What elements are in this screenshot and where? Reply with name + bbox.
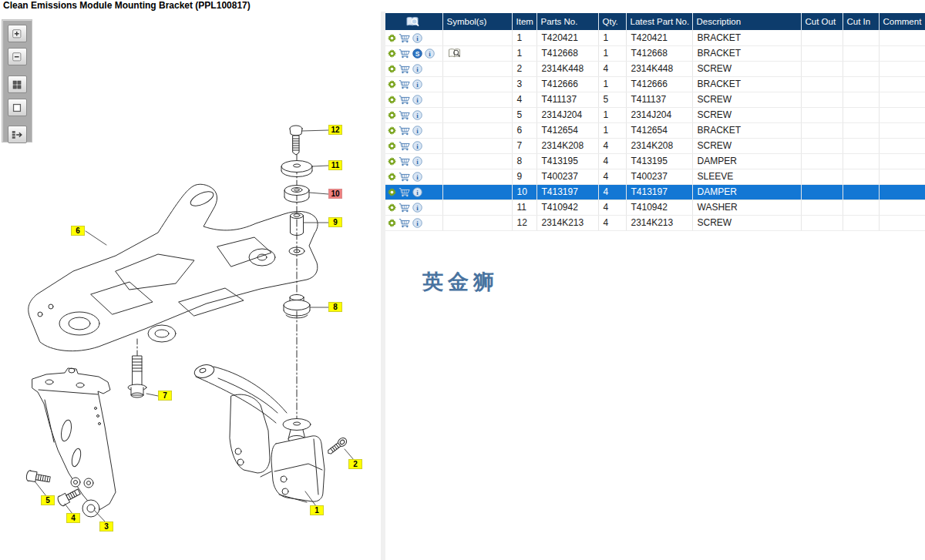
gear-icon[interactable] [388,126,396,135]
table-row[interactable]: i22314K44842314K448SCREW [385,61,925,76]
cell-symbols [442,92,512,107]
mount-top-part [261,419,325,503]
info-icon[interactable]: i [412,110,422,120]
callout-12[interactable]: 12 [328,125,342,135]
gear-icon[interactable] [388,188,396,196]
export-list-button[interactable] [8,126,27,143]
info-icon[interactable]: i [412,203,422,213]
parts-filter-icon[interactable] [405,16,420,28]
info-icon[interactable]: i [412,218,422,228]
callout-6[interactable]: 6 [71,226,85,236]
cart-icon[interactable] [399,95,410,105]
screw-2-part [326,436,348,456]
gear-icon[interactable] [388,173,396,181]
cell-actions: i [385,138,442,153]
table-row[interactable]: i6T4126541T412654BRACKET [385,122,925,138]
cart-icon[interactable] [399,218,410,228]
info-icon[interactable]: i [412,126,422,136]
cell-item: 3 [512,76,536,92]
column-header-symbols: Symbol(s) [442,13,512,30]
substitution-icon[interactable]: S [412,49,422,59]
cell-cut-in [843,215,879,230]
table-row[interactable]: Si1T4126681T412668BRACKET [385,45,925,61]
gear-icon[interactable] [388,96,396,104]
info-icon[interactable]: i [412,95,422,105]
gear-icon[interactable] [388,111,396,119]
table-row[interactable]: i72314K20842314K208SCREW [385,138,925,153]
cell-qty: 1 [598,107,626,122]
cell-actions: i [385,76,442,92]
cart-icon[interactable] [399,187,410,197]
page-title: Clean Emissions Module Mounting Bracket … [0,0,925,12]
zoom-out-button[interactable] [8,48,27,65]
gear-icon[interactable] [388,142,396,150]
column-header-qty: Qty. [598,13,626,30]
cell-parts-no: T400237 [536,169,598,184]
view-fit-button[interactable] [8,99,27,116]
cart-icon[interactable] [399,110,410,120]
cell-item: 11 [512,200,536,215]
view-grid-button[interactable] [8,75,27,93]
callout-5[interactable]: 5 [41,495,55,505]
gear-icon[interactable] [388,80,396,89]
info-icon[interactable]: i [412,33,422,43]
callout-7[interactable]: 7 [158,391,172,401]
info-icon[interactable]: i [425,49,435,59]
cart-icon[interactable] [399,33,410,43]
cart-icon[interactable] [399,172,410,182]
cart-icon[interactable] [399,49,410,59]
callout-10[interactable]: 10 [328,189,342,199]
callout-1[interactable]: 1 [310,505,324,515]
cell-qty: 4 [598,61,626,76]
cell-item: 4 [512,92,536,107]
cell-actions: i [385,200,442,215]
cell-actions: i [385,215,442,230]
gear-icon[interactable] [388,49,396,58]
callout-11[interactable]: 11 [328,160,342,170]
gear-icon[interactable] [388,219,396,227]
table-row[interactable]: i3T4126661T412666BRACKET [385,76,925,92]
info-icon[interactable]: i [412,64,422,74]
table-row[interactable]: i10T4131974T413197DAMPER [385,184,925,200]
cart-icon[interactable] [399,141,410,151]
callout-4[interactable]: 4 [66,513,80,523]
table-row[interactable]: i122314K21342314K213SCREW [385,215,925,230]
cell-actions: i [385,61,442,76]
cart-icon[interactable] [399,126,410,136]
cell-qty: 1 [598,30,626,45]
gear-icon[interactable] [388,157,396,166]
cell-description: BRACKET [692,76,801,92]
cell-latest-part-no: T412654 [626,122,692,138]
zoom-in-button[interactable] [8,25,27,42]
table-row[interactable]: i4T4111375T411137SCREW [385,92,925,107]
info-icon[interactable]: i [412,141,422,151]
symbol-book-magnifier-icon[interactable] [448,48,461,59]
callout-8[interactable]: 8 [328,302,342,312]
table-row[interactable]: i11T4109424T410942WASHER [385,200,925,215]
info-icon[interactable]: i [412,79,422,89]
cell-actions: i [385,184,442,200]
info-icon[interactable]: i [412,187,422,197]
table-row[interactable]: i8T4131954T413195DAMPER [385,153,925,169]
column-header-item: Item [512,13,536,30]
cart-icon[interactable] [399,64,410,74]
callout-3[interactable]: 3 [99,521,113,531]
gear-icon[interactable] [388,34,396,42]
callout-2[interactable]: 2 [348,459,362,469]
cell-cut-out [801,61,843,76]
gear-icon[interactable] [388,65,396,73]
cart-icon[interactable] [399,203,410,213]
info-icon[interactable]: i [412,156,422,166]
table-row[interactable]: i1T4204211T420421BRACKET [385,30,925,45]
cell-latest-part-no: T411137 [626,92,692,107]
cart-icon[interactable] [399,79,410,89]
callout-9[interactable]: 9 [328,217,342,227]
table-row[interactable]: i9T4002374T400237SLEEVE [385,169,925,184]
cart-icon[interactable] [399,156,410,166]
table-row[interactable]: i52314J20412314J204SCREW [385,107,925,122]
gear-icon[interactable] [388,203,396,212]
cell-qty: 5 [598,92,626,107]
info-icon[interactable]: i [412,172,422,182]
cell-cut-in [843,107,879,122]
cell-parts-no: T412666 [536,76,598,92]
